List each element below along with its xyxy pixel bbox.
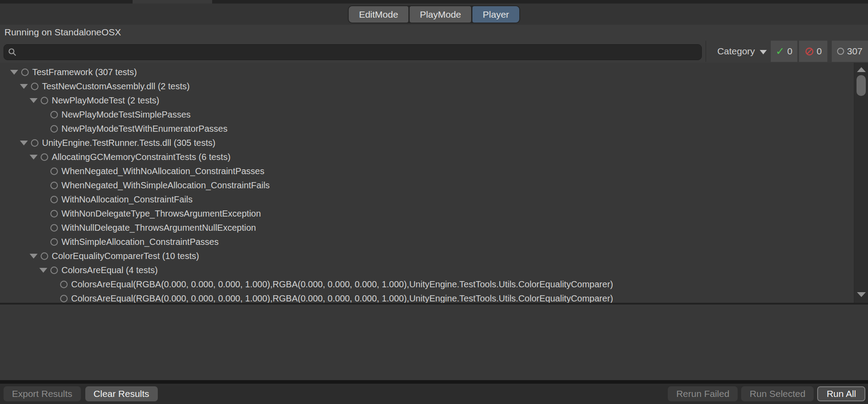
test-status-notrun-icon	[41, 97, 48, 104]
scroll-down-arrow-icon[interactable]	[857, 292, 866, 297]
tree-row[interactable]: WhenNegated_WithNoAllocation_ConstraintP…	[0, 164, 868, 178]
footer-divider	[0, 380, 868, 384]
test-status-notrun-icon	[50, 182, 58, 189]
toolbar-divider	[705, 41, 706, 62]
scrollbar-track[interactable]	[854, 63, 868, 303]
test-label: ColorEqualityComparerTest (10 tests)	[52, 251, 199, 261]
test-label: TestFramework (307 tests)	[32, 67, 137, 77]
window-top-strip	[0, 0, 868, 4]
status-text: Running on StandaloneOSX	[4, 27, 121, 38]
category-dropdown[interactable]: Category	[708, 40, 776, 63]
tree-row[interactable]: NewPlayModeTestWithEnumeratorPasses	[0, 122, 868, 136]
filter-bar: Category ✓ 0 0 307	[0, 40, 868, 63]
test-label: ColorsAreEqual (4 tests)	[61, 265, 158, 275]
rerun-failed-button[interactable]: Rerun Failed	[668, 386, 738, 401]
test-status-notrun-icon	[50, 210, 58, 217]
test-status-notrun-icon	[60, 281, 68, 288]
dock-tab-notch[interactable]	[133, 0, 212, 4]
passed-filter-button[interactable]: ✓ 0	[771, 41, 797, 62]
tree-row[interactable]: TestFramework (307 tests)	[0, 65, 868, 79]
test-label: WithNullDelegate_ThrowsArgumentNullExcep…	[61, 223, 256, 233]
tree-row[interactable]: UnityEngine.TestRunner.Tests.dll (305 te…	[0, 136, 868, 150]
run-selected-button[interactable]: Run Selected	[741, 386, 814, 401]
scroll-up-arrow-icon[interactable]	[857, 67, 866, 72]
expander-triangle-icon[interactable]	[27, 254, 41, 259]
tree-row[interactable]: ColorsAreEqual(RGBA(0.000, 0.000, 0.000,…	[0, 277, 868, 291]
test-label: WithSimpleAllocation_ConstraintPasses	[61, 237, 219, 247]
test-status-notrun-icon	[50, 196, 58, 203]
tab-player[interactable]: Player	[472, 6, 519, 23]
check-icon: ✓	[776, 47, 784, 56]
tree-row[interactable]: WithNullDelegate_ThrowsArgumentNullExcep…	[0, 221, 868, 235]
test-label: UnityEngine.TestRunner.Tests.dll (305 te…	[42, 138, 215, 148]
clear-results-button[interactable]: Clear Results	[85, 386, 158, 401]
test-status-notrun-icon	[31, 83, 38, 90]
test-label: NewPlayModeTest (2 tests)	[52, 95, 159, 106]
run-all-button[interactable]: Run All	[817, 386, 865, 401]
slashed-circle-icon	[805, 47, 814, 56]
test-label: NewPlayModeTestSimplePasses	[61, 110, 190, 120]
search-input[interactable]	[20, 47, 698, 57]
test-label: WithNonDelegateType_ThrowsArgumentExcept…	[61, 209, 261, 219]
test-label: ColorsAreEqual(RGBA(0.000, 0.000, 0.000,…	[71, 293, 613, 303]
notrun-filter-button[interactable]: 307	[832, 41, 868, 62]
category-label: Category	[717, 46, 755, 57]
test-label: WhenNegated_WithNoAllocation_ConstraintP…	[61, 166, 264, 176]
test-runner-window: EditModePlayModePlayer Running on Standa…	[0, 0, 868, 404]
test-status-notrun-icon	[50, 125, 58, 133]
test-status-notrun-icon	[50, 168, 58, 175]
circle-outline-icon	[837, 48, 844, 55]
tree-row[interactable]: WithSimpleAllocation_ConstraintPasses	[0, 235, 868, 249]
test-status-notrun-icon	[21, 69, 29, 76]
test-label: NewPlayModeTestWithEnumeratorPasses	[61, 124, 228, 134]
tree-row[interactable]: WithNonDelegateType_ThrowsArgumentExcept…	[0, 206, 868, 221]
test-label: WhenNegated_WithSimpleAllocation_Constra…	[61, 180, 270, 191]
footer-left: Export ResultsClear Results	[4, 386, 158, 401]
test-status-notrun-icon	[50, 238, 58, 246]
test-status-notrun-icon	[41, 252, 48, 260]
test-status-notrun-icon	[50, 224, 58, 232]
tree-row[interactable]: ColorEqualityComparerTest (10 tests)	[0, 249, 868, 263]
mode-tabs: EditModePlayModePlayer	[348, 5, 520, 23]
test-status-notrun-icon	[31, 139, 38, 147]
test-status-notrun-icon	[50, 267, 58, 274]
test-status-notrun-icon	[41, 153, 48, 161]
expander-triangle-icon[interactable]	[7, 70, 21, 75]
tab-playmode[interactable]: PlayMode	[410, 6, 471, 23]
tree-row[interactable]: NewPlayModeTestSimplePasses	[0, 107, 868, 122]
search-field[interactable]	[4, 44, 702, 60]
test-tree-pane: TestFramework (307 tests)TestNewCustomAs…	[0, 63, 868, 303]
test-status-notrun-icon	[50, 111, 58, 118]
test-label: ColorsAreEqual(RGBA(0.000, 0.000, 0.000,…	[71, 279, 613, 290]
status-bar: Running on StandaloneOSX	[0, 25, 868, 40]
test-label: AllocatingGCMemoryConstraintTests (6 tes…	[52, 152, 231, 162]
tree-row[interactable]: AllocatingGCMemoryConstraintTests (6 tes…	[0, 150, 868, 164]
tree-row[interactable]: TestNewCustomAssembly.dll (2 tests)	[0, 79, 868, 93]
test-label: TestNewCustomAssembly.dll (2 tests)	[42, 81, 190, 91]
expander-triangle-icon[interactable]	[27, 98, 41, 103]
test-detail-pane	[0, 305, 868, 380]
tree-row[interactable]: NewPlayModeTest (2 tests)	[0, 93, 868, 107]
mode-toolbar: EditModePlayModePlayer	[0, 4, 868, 25]
scrollbar-thumb[interactable]	[857, 75, 866, 96]
test-status-notrun-icon	[60, 295, 68, 302]
tree-row[interactable]: ColorsAreEqual (4 tests)	[0, 263, 868, 277]
notrun-count: 307	[847, 46, 862, 57]
tree-row[interactable]: ColorsAreEqual(RGBA(0.000, 0.000, 0.000,…	[0, 291, 868, 303]
expander-triangle-icon[interactable]	[17, 141, 31, 145]
test-label: WithNoAllocation_ConstraintFails	[61, 194, 193, 205]
search-icon	[8, 47, 17, 57]
export-results-button[interactable]: Export Results	[4, 386, 81, 401]
expander-triangle-icon[interactable]	[17, 84, 31, 89]
tree-row[interactable]: WhenNegated_WithSimpleAllocation_Constra…	[0, 178, 868, 192]
passed-count: 0	[787, 46, 792, 57]
tab-editmode[interactable]: EditMode	[349, 6, 408, 23]
footer-right: Rerun FailedRun SelectedRun All	[668, 386, 865, 401]
tree-row[interactable]: WithNoAllocation_ConstraintFails	[0, 192, 868, 206]
expander-triangle-icon[interactable]	[27, 155, 41, 160]
failed-filter-button[interactable]: 0	[799, 41, 827, 62]
failed-count: 0	[817, 46, 822, 57]
expander-triangle-icon[interactable]	[36, 268, 50, 273]
chevron-down-icon	[760, 50, 767, 54]
footer-bar: Export ResultsClear Results Rerun Failed…	[0, 384, 868, 404]
